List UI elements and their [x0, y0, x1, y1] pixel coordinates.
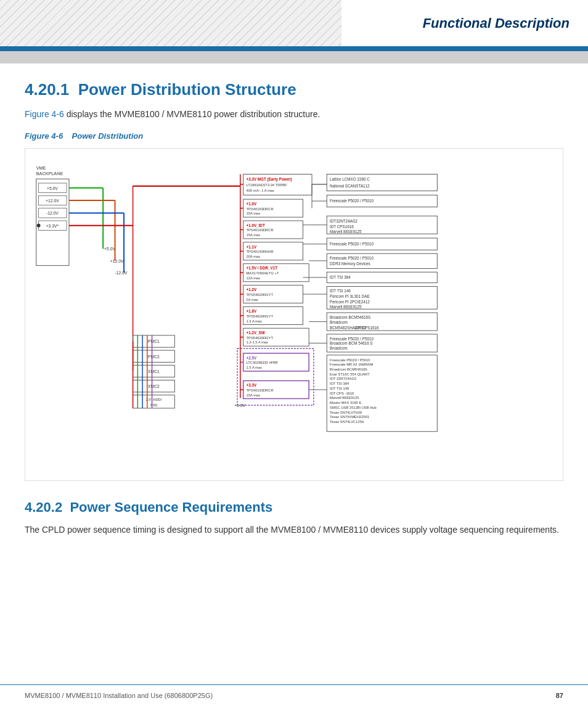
svg-text:2A max: 2A max	[247, 298, 258, 302]
svg-text:Marvell  88SE9125: Marvell 88SE9125	[330, 305, 362, 309]
svg-text:IDT TSI 384: IDT TSI 384	[330, 382, 349, 385]
svg-text:+1.8V: +1.8V	[247, 309, 257, 313]
footer-document-title: MVME8100 / MVME8110 Installation and Use…	[25, 692, 213, 699]
svg-text:1.5 A max: 1.5 A max	[247, 366, 263, 369]
svg-text:IDT  32NT24AG2: IDT 32NT24AG2	[330, 377, 356, 381]
svg-text:TPS40193DRCR: TPS40193DRCR	[247, 207, 274, 211]
svg-text:+5.0V: +5.0V	[47, 186, 58, 191]
svg-text:Freescale P5020 / P5010: Freescale P5020 / P5010	[330, 199, 374, 203]
svg-text:15A max: 15A max	[247, 233, 261, 237]
svg-text:SSD: SSD	[150, 403, 158, 407]
svg-text:+3.3V*: +3.3V*	[46, 224, 59, 228]
svg-text:IDT CPS1616: IDT CPS1616	[330, 224, 354, 229]
svg-text:+2.5V: +2.5V	[247, 356, 257, 360]
svg-text:+12.0V: +12.0V	[110, 259, 124, 263]
svg-text:Maxim MAX  3160 E: Maxim MAX 3160 E	[330, 401, 361, 404]
header-title-area: Functional Description	[341, 0, 588, 46]
main-content: 4.20.1 Power Distribution Structure Figu…	[25, 68, 563, 536]
svg-text:VME: VME	[36, 165, 46, 171]
svg-text:IDT CPS -1616: IDT CPS -1616	[330, 392, 354, 395]
power-distribution-diagram: VME BACKPLANE +5.0V +12.0V -12.0V +3.3V*…	[25, 148, 563, 481]
svg-text:+1.5V / DDR_V1T: +1.5V / DDR_V1T	[247, 266, 278, 270]
svg-text:IDT32NT24AG2: IDT32NT24AG2	[330, 219, 358, 223]
svg-text:SMSC USB 2512Bi USB Hub: SMSC USB 2512Bi USB Hub	[330, 406, 377, 409]
svg-text:TPS54620RGYT: TPS54620RGYT	[247, 336, 274, 340]
svg-text:+5.0V: +5.0V	[104, 247, 115, 251]
svg-text:BACKPLANE: BACKPLANE	[36, 171, 63, 176]
svg-text:+1.2V: +1.2V	[247, 287, 257, 292]
svg-text:12A max: 12A max	[247, 276, 261, 280]
svg-text:DDR3  Memory Devices: DDR3 Memory Devices	[330, 261, 370, 266]
svg-text:TPS40193DRCR: TPS40193DRCR	[247, 388, 274, 392]
svg-text:TPS54620RGYT: TPS54620RGYT	[247, 293, 274, 297]
svg-text:+1.0V_IDT: +1.0V_IDT	[247, 223, 265, 228]
figure-caption: Figure 4-6 Power Distribution	[25, 131, 563, 141]
svg-text:-12.0V: -12.0V	[115, 271, 128, 275]
svg-rect-2	[36, 179, 69, 265]
svg-text:Marvell  88SE9125: Marvell 88SE9125	[330, 396, 359, 400]
svg-text:IDT CPS1616: IDT CPS1616	[355, 326, 379, 330]
svg-text:Broadcom: Broadcom	[330, 346, 348, 350]
svg-text:TPS40193DRCR: TPS40193DRCR	[247, 228, 274, 232]
header-gray-bar	[0, 51, 588, 64]
svg-text:XMC1: XMC1	[148, 369, 160, 374]
svg-text:Broadcom: Broadcom	[330, 320, 348, 324]
svg-text:IDT TSI 384: IDT TSI 384	[330, 275, 351, 279]
svg-text:TPS40140RHHR: TPS40140RHHR	[247, 250, 274, 253]
svg-text:Lattice LCMXO  2280 C: Lattice LCMXO 2280 C	[330, 177, 370, 181]
svg-text:Broadcom BCM  54616 S: Broadcom BCM 54616 S	[330, 341, 372, 345]
svg-text:Broadcom BCM54616S: Broadcom BCM54616S	[330, 367, 367, 371]
svg-text:Texas SN74LVTH26: Texas SN74LVTH26	[330, 411, 362, 414]
svg-text:Pericom PI 2PCIE2412: Pericom PI 2PCIE2412	[330, 300, 370, 304]
svg-text:PMC1: PMC1	[148, 339, 160, 343]
svg-text:Freescale P5020 / P5010: Freescale P5020 / P5010	[330, 358, 370, 362]
svg-text:TPS54620RGYT: TPS54620RGYT	[247, 314, 274, 318]
svg-text:Broadcom BCM54616S: Broadcom BCM54616S	[330, 315, 370, 319]
section2-paragraph: The CPLD power sequence timing is design…	[25, 523, 563, 536]
svg-text:Exar ST16C 554 QUART: Exar ST16C 554 QUART	[330, 372, 370, 376]
footer-page-number: 87	[556, 692, 563, 699]
svg-text:15A max: 15A max	[247, 211, 261, 215]
svg-text:National SCANSTA112: National SCANSTA112	[330, 184, 370, 188]
svg-text:Freescale MR A2  16MRAM: Freescale MR A2 16MRAM	[330, 363, 373, 366]
svg-text:2.5" HDD/: 2.5" HDD/	[146, 398, 162, 401]
figure-link[interactable]: Figure 4-6	[25, 109, 64, 119]
svg-text:Freescale P5020 / P5010: Freescale P5020 / P5010	[330, 256, 374, 260]
svg-text:+3.3V MGT (Early Power): +3.3V MGT (Early Power)	[247, 177, 292, 182]
page-footer: MVME8100 / MVME8110 Installation and Use…	[0, 684, 588, 706]
svg-text:Freescale P5020 / P5010: Freescale P5020 / P5010	[330, 242, 374, 246]
svg-text:+1.2V_SW: +1.2V_SW	[247, 330, 265, 335]
svg-text:1.2-1.5 A max: 1.2-1.5 A max	[247, 340, 269, 344]
diagram-svg: VME BACKPLANE +5.0V +12.0V -12.0V +3.3V*…	[31, 155, 557, 474]
svg-text:+1.1V: +1.1V	[247, 245, 257, 249]
page-header-title: Functional Description	[423, 15, 570, 31]
svg-text:400 mA– 1 A max: 400 mA– 1 A max	[247, 189, 275, 192]
svg-text:+1.0V: +1.0V	[247, 202, 257, 206]
svg-text:Marvell 88SE9125: Marvell 88SE9125	[330, 229, 362, 234]
header-blue-bar	[0, 46, 588, 51]
svg-text:IDT TSI 148: IDT TSI 148	[330, 387, 349, 390]
svg-text:LTC3026EDD #PBF: LTC3026EDD #PBF	[247, 361, 279, 364]
svg-text:XMC2: XMC2	[148, 384, 160, 388]
svg-text:+3.3V: +3.3V	[247, 383, 257, 387]
svg-text:Texas SN74VMEH22501: Texas SN74VMEH22501	[330, 415, 369, 419]
section2-title: 4.20.2 Power Sequence Requirements	[25, 499, 563, 515]
svg-text:+12.0V: +12.0V	[46, 199, 59, 203]
svg-text:MAX17000AETG +T: MAX17000AETG +T	[247, 271, 279, 275]
svg-point-11	[37, 224, 41, 228]
svg-text:15A max: 15A max	[247, 393, 261, 397]
svg-text:1.3 A max: 1.3 A max	[247, 319, 263, 323]
svg-text:20A max: 20A max	[247, 255, 261, 258]
svg-text:Freescale P5020 / P5010: Freescale P5020 / P5010	[330, 337, 374, 341]
svg-text:-12.0V: -12.0V	[46, 211, 59, 215]
svg-text:Texas SN74LVC125A: Texas SN74LVC125A	[330, 420, 364, 424]
svg-text:LT1963AEST3.3# TRPBF: LT1963AEST3.3# TRPBF	[247, 183, 288, 187]
svg-text:Pericom PI 3L301  DAE: Pericom PI 3L301 DAE	[330, 294, 370, 298]
svg-text:PMC2: PMC2	[148, 355, 160, 359]
intro-paragraph: Figure 4-6 displays the MVME8100 / MVME8…	[25, 109, 563, 119]
svg-text:IDT TSI 148: IDT TSI 148	[330, 289, 351, 293]
section1-title: 4.20.1 Power Distribution Structure	[25, 80, 563, 99]
